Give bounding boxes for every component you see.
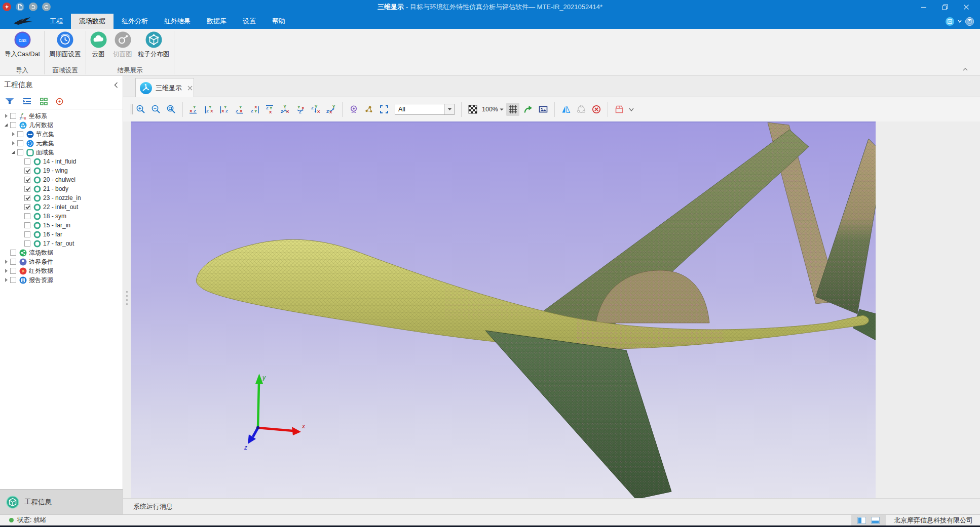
- outline-list-icon[interactable]: [22, 98, 32, 105]
- filter-icon[interactable]: [5, 98, 14, 105]
- tree-item[interactable]: 红外数据: [0, 266, 123, 275]
- expand-arrow[interactable]: [3, 113, 9, 118]
- tree-item[interactable]: 面域集: [0, 148, 123, 157]
- undo-button[interactable]: [29, 3, 37, 11]
- help-book-button[interactable]: [965, 17, 974, 26]
- toolbar-drag-handle[interactable]: [130, 104, 133, 115]
- tree-item[interactable]: 17 - far_out: [0, 239, 123, 248]
- tree-item[interactable]: 23 - nozzle_in: [0, 193, 123, 202]
- collapse-panel-button[interactable]: [114, 82, 119, 89]
- visibility-checkbox[interactable]: [10, 259, 16, 265]
- menu-item[interactable]: 红外结果: [156, 14, 199, 29]
- zoom-in-button[interactable]: [134, 103, 147, 116]
- ribbon-collapse-chevron[interactable]: [962, 66, 969, 72]
- tree-item[interactable]: 元素集: [0, 139, 123, 148]
- view-iso-2-button[interactable]: YXZ: [294, 103, 307, 116]
- menu-item[interactable]: 帮助: [264, 14, 293, 29]
- tree-item[interactable]: 几何数据: [0, 120, 123, 130]
- remove-result-button[interactable]: [590, 103, 603, 116]
- ribbon-button[interactable]: 云图: [87, 31, 109, 59]
- visibility-checkbox[interactable]: [24, 213, 30, 219]
- layout-bottom-panel-icon[interactable]: [871, 517, 880, 524]
- ribbon-button[interactable]: 粒子分布图: [133, 31, 174, 59]
- tree-item[interactable]: 22 - inlet_out: [0, 202, 123, 212]
- visibility-checkbox[interactable]: [10, 277, 16, 283]
- camera-view-button[interactable]: [347, 103, 360, 116]
- visibility-checkbox[interactable]: [17, 131, 23, 137]
- new-document-button[interactable]: [16, 3, 24, 11]
- visibility-checkbox[interactable]: [10, 268, 16, 274]
- view-zx-right-button[interactable]: YZX: [233, 103, 246, 116]
- visibility-checkbox[interactable]: [24, 177, 30, 183]
- display-filter-combobox[interactable]: All: [395, 104, 455, 115]
- expand-arrow[interactable]: [3, 268, 9, 273]
- expand-arrow[interactable]: [10, 141, 16, 146]
- mesh-grid-toggle[interactable]: [506, 103, 519, 116]
- dropdown-caret-icon[interactable]: [958, 20, 962, 23]
- transparency-button[interactable]: [466, 103, 479, 116]
- box-select-button[interactable]: [378, 103, 391, 116]
- view-iso-3-button[interactable]: ZYX: [309, 103, 322, 116]
- view-zy-bottom-button[interactable]: ZYX: [263, 103, 277, 116]
- visibility-checkbox[interactable]: [10, 113, 16, 119]
- expand-arrow[interactable]: [10, 150, 16, 155]
- view-iso-4-button[interactable]: ZXY: [324, 103, 337, 116]
- visibility-checkbox[interactable]: [24, 222, 30, 228]
- menu-item[interactable]: 红外分析: [114, 14, 156, 29]
- tree-item[interactable]: 15 - far_in: [0, 221, 123, 230]
- app-menu-button[interactable]: [3, 3, 11, 11]
- ribbon-button[interactable]: cas导入Cas/Dat: [4, 31, 41, 59]
- visibility-checkbox[interactable]: [24, 231, 30, 237]
- view-zy-top-button[interactable]: XZY: [248, 103, 261, 116]
- tab-3d-view[interactable]: 三维显示: [135, 78, 194, 97]
- zoom-fit-button[interactable]: [165, 103, 178, 116]
- menu-item[interactable]: 数据库: [199, 14, 235, 29]
- tree-item[interactable]: 节点集: [0, 130, 123, 139]
- minimize-button[interactable]: [920, 4, 927, 11]
- view-xz-left-button[interactable]: YXZ: [218, 103, 231, 116]
- close-button[interactable]: [963, 4, 970, 11]
- visibility-checkbox[interactable]: [24, 186, 30, 192]
- menu-item[interactable]: 设置: [235, 14, 264, 29]
- expand-arrow[interactable]: [3, 259, 9, 264]
- tree-item[interactable]: 19 - wing: [0, 166, 123, 175]
- menu-item[interactable]: 工程: [42, 14, 71, 29]
- tree-item[interactable]: 边界条件: [0, 257, 123, 266]
- expand-arrow[interactable]: [10, 132, 16, 137]
- tree-item[interactable]: YZX坐标系: [0, 111, 123, 120]
- visibility-checkbox[interactable]: [24, 240, 30, 247]
- zoom-out-button[interactable]: [149, 103, 163, 116]
- grid-view-icon[interactable]: [40, 98, 48, 105]
- visibility-checkbox[interactable]: [24, 158, 30, 165]
- expand-arrow[interactable]: [3, 277, 9, 282]
- locate-target-icon[interactable]: [56, 98, 63, 105]
- archive-dropdown-caret[interactable]: [629, 108, 634, 111]
- visibility-checkbox[interactable]: [24, 195, 30, 201]
- export-view-button[interactable]: [521, 103, 535, 116]
- layout-left-panel-icon[interactable]: [857, 517, 866, 524]
- tree-item[interactable]: 21 - body: [0, 184, 123, 193]
- archive-box-button[interactable]: [613, 103, 626, 116]
- tree-item[interactable]: 报告资源: [0, 275, 123, 285]
- ribbon-button[interactable]: 周期面设置: [45, 31, 85, 59]
- visibility-checkbox[interactable]: [17, 149, 23, 155]
- panel-splitter-handle[interactable]: [125, 291, 128, 305]
- snapshot-button[interactable]: [537, 103, 550, 116]
- viewport-3d[interactable]: y x z: [131, 121, 876, 498]
- visibility-checkbox[interactable]: [10, 250, 16, 256]
- view-xz-front-button[interactable]: YXZ: [187, 103, 201, 116]
- visibility-checkbox[interactable]: [24, 168, 30, 174]
- view-zx-back-button[interactable]: YZX: [203, 103, 216, 116]
- menu-item[interactable]: 流场数据: [71, 14, 114, 29]
- tree-item[interactable]: 16 - far: [0, 230, 123, 239]
- visibility-checkbox[interactable]: [17, 140, 23, 146]
- restore-button[interactable]: [941, 4, 949, 11]
- particles-display-button[interactable]: [362, 103, 375, 116]
- visibility-checkbox[interactable]: [10, 122, 16, 128]
- periodic-copy-button[interactable]: [575, 103, 588, 116]
- tree-item[interactable]: 14 - int_fluid: [0, 157, 123, 166]
- project-info-bottom-button[interactable]: 工程信息: [0, 489, 123, 514]
- tree-item[interactable]: 流场数据: [0, 248, 123, 257]
- tab-close-icon[interactable]: [187, 85, 193, 91]
- expand-arrow[interactable]: [3, 123, 9, 128]
